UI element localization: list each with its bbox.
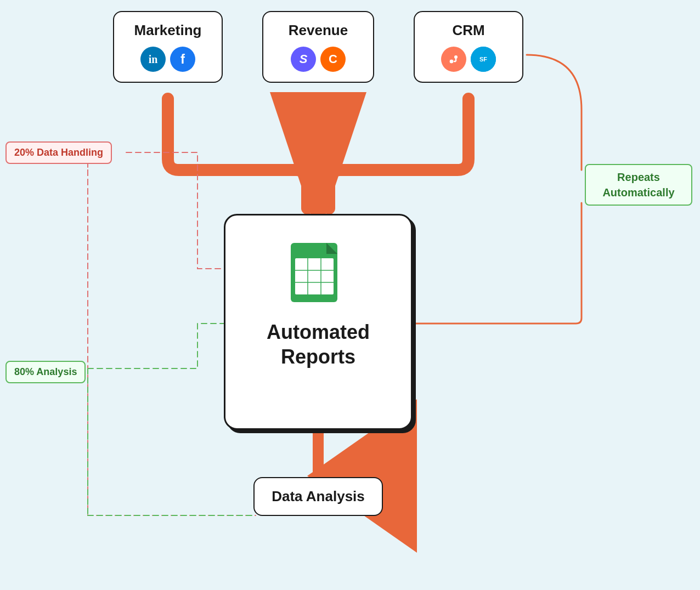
marketing-box: Marketing in f	[113, 11, 223, 83]
google-sheets-icon	[253, 237, 383, 314]
repeats-automatically-badge: Repeats Automatically	[585, 164, 692, 206]
svg-point-2	[447, 52, 461, 66]
salesforce-icon: SF	[471, 47, 496, 72]
data-analysis-box: Data Analysis	[253, 477, 383, 516]
facebook-icon: f	[170, 47, 195, 72]
marketing-icons: in f	[125, 47, 211, 72]
marketing-title: Marketing	[125, 22, 211, 39]
svg-rect-12	[295, 258, 334, 294]
automated-reports-title: Automated Reports	[253, 320, 383, 369]
crm-title: CRM	[426, 22, 511, 39]
svg-point-5	[449, 59, 454, 64]
crm-box: CRM SF	[414, 11, 523, 83]
data-analysis-title: Data Analysis	[271, 488, 365, 505]
crm-icons: SF	[426, 47, 511, 72]
stripe-icon: S	[291, 47, 316, 72]
svg-text:SF: SF	[479, 56, 487, 63]
data-handling-badge: 20% Data Handling	[5, 141, 112, 164]
revenue-box: Revenue S C	[262, 11, 374, 83]
automated-reports-box: Automated Reports	[224, 214, 413, 430]
analysis-badge: 80% Analysis	[5, 361, 86, 383]
revenue-icons: S C	[274, 47, 362, 72]
chargebee-icon: C	[320, 47, 346, 72]
revenue-title: Revenue	[274, 22, 362, 39]
hubspot-icon	[441, 47, 466, 72]
linkedin-icon: in	[140, 47, 166, 72]
diagram-container: Marketing in f Revenue S C CRM	[0, 0, 700, 590]
